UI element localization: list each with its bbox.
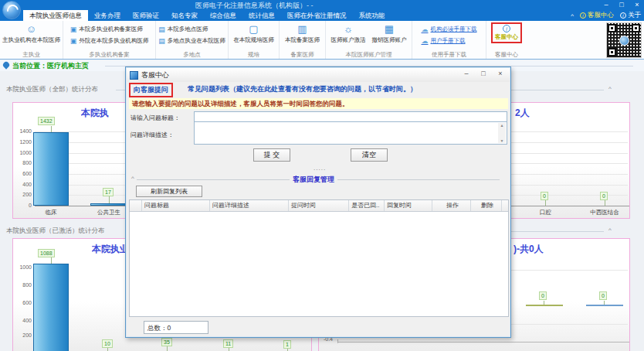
activate-account-button[interactable]: ☼ 医师账户激活 — [329, 22, 368, 45]
total-count-field: 总数：0 — [144, 321, 208, 334]
download-icon: ☁ — [422, 26, 429, 33]
close-button[interactable]: × — [632, 0, 642, 9]
maximize-button[interactable]: □ — [617, 0, 626, 9]
value-label: 35 — [161, 338, 172, 346]
training-doctors-button[interactable]: ▢ 在本院规培医师 — [231, 22, 276, 45]
y-tick: 600 — [15, 171, 32, 176]
tab-system[interactable]: 系统功能 — [353, 10, 391, 21]
chart-title-fragment: 2人 — [515, 107, 530, 120]
ribbon-group-multisite: ▤ 本院多地点医师 ▤ 多地点执业在本院医师 多地点 — [156, 21, 229, 59]
bar-public-health — [90, 203, 127, 206]
ribbon-group-record-doctor: ▥ 本院备案医师 备案医师 — [280, 21, 326, 59]
section2-collapse-icon[interactable]: ^ — [608, 227, 612, 233]
info-icon: i — [503, 25, 510, 32]
revoke-account-button[interactable]: ▦ 撤销医师账户 — [370, 22, 409, 45]
col-question-title[interactable]: 问题标题 — [142, 200, 210, 211]
tab-experts[interactable]: 知名专家 — [165, 10, 204, 21]
tab-out-province[interactable]: 医师在外省注册情况 — [281, 10, 353, 21]
value-label: 10 — [102, 339, 113, 348]
minimize-button[interactable]: – — [602, 0, 611, 9]
y-tick: 200 — [15, 332, 32, 338]
scroll-up-icon[interactable]: ▲ — [500, 123, 504, 128]
external-multi-org-button[interactable]: ▣ 外院在本院多执业机构医师 — [70, 37, 149, 45]
question-desc-textarea[interactable]: ▲ ▼ — [194, 121, 507, 145]
dialog-minimize-button[interactable]: – — [458, 68, 475, 80]
user-manual-download-link[interactable]: ☁ 用户手册下载 — [422, 37, 477, 45]
tab-verify[interactable]: 医师验证 — [127, 10, 165, 21]
col-question-desc[interactable]: 问题详细描述 — [210, 200, 289, 211]
group-label: 主执业 — [0, 50, 63, 59]
tab-hospital-doctors[interactable]: 本院执业医师信息 — [23, 10, 88, 21]
tab-info[interactable]: 综合信息 — [204, 10, 242, 21]
ribbon-collapse-icon[interactable]: ^ — [571, 12, 574, 19]
group-label: 客服中心 — [486, 50, 527, 59]
col-operation[interactable]: 操作 — [432, 200, 471, 211]
multisite-practice-button[interactable]: ▤ 多地点执业在本院医师 — [158, 37, 225, 45]
y-tick: 1000 — [15, 150, 32, 155]
download-icon: ☁ — [422, 37, 429, 45]
record-doctors-button[interactable]: ▥ 本院备案医师 — [283, 22, 322, 45]
group-label: 多地点 — [156, 50, 228, 59]
y-tick: 1000 — [15, 264, 32, 270]
col-selector[interactable] — [130, 200, 142, 211]
scroll-down-icon[interactable]: ▼ — [500, 138, 504, 143]
value-label: 0 — [599, 291, 607, 300]
service-center-button[interactable]: i 客服中心 — [491, 22, 522, 43]
breadcrumb: 当前位置：医疗机构主页 — [12, 61, 89, 71]
ribbon-group-primary: ☺ 主执业机构在本院医师 主执业 — [0, 21, 63, 59]
info-icon: i — [580, 12, 586, 19]
y-tick: 200 — [15, 192, 32, 197]
question-desc-label: 问题详细描述： — [130, 131, 174, 139]
ribbon-group-account: ☼ 医师账户激活 ▦ 撤销医师账户 本院医师账户管理 — [326, 21, 412, 59]
group-label: 使用手册下载 — [412, 50, 486, 59]
y-tick: 1200 — [15, 139, 32, 145]
section1-collapse-icon[interactable]: ^ — [608, 85, 612, 92]
dialog-title: 客服中心 — [141, 70, 169, 80]
tab-business[interactable]: 业务办理 — [88, 10, 127, 21]
dialog-notice: 请您输入要提问的问题以及详细描述，客服人员将第一时间回答您的问题。 — [129, 98, 508, 109]
bar-clinical — [33, 132, 69, 206]
training-icon: ▢ — [249, 23, 258, 36]
bulb-icon: ☼ — [344, 23, 353, 36]
chart-title-fragment: )-共0人 — [514, 243, 544, 256]
value-label: 1432 — [38, 117, 55, 125]
dialog-maximize-button[interactable]: □ — [475, 68, 492, 80]
multi-org-record-button[interactable]: ▣ 本院多执业机构备案医师 — [70, 26, 149, 33]
col-ask-time[interactable]: 提问时间 — [289, 200, 349, 211]
qr-logo-icon — [619, 36, 629, 46]
ribbon: ☺ 主执业机构在本院医师 主执业 ▣ 本院多执业机构备案医师 ▣ 外院在本院多执… — [0, 21, 644, 60]
zero-line-series1 — [526, 305, 563, 306]
menu-about[interactable]: i 关于 — [620, 11, 641, 20]
y-tick: 0 — [15, 203, 32, 208]
tab-ask-service[interactable]: 向客服提问 — [129, 83, 173, 97]
value-label: 17 — [103, 188, 114, 196]
col-delete[interactable]: 删除 — [471, 200, 502, 211]
menu-service-center[interactable]: i 客服中心 — [580, 11, 614, 20]
app-window: 医师电子化注册信息系统（机构版）- - – □ × 本院执业医师信息 业务办理 … — [0, 0, 644, 351]
refresh-reply-list-button[interactable]: 刷新回复列表 — [136, 186, 202, 197]
submit-button[interactable]: 提 交 — [253, 148, 290, 162]
col-reply-time[interactable]: 回复时间 — [385, 200, 432, 211]
tab-faq-list[interactable]: 常见问题列表（建议先在此处查看有没有您要咨询的问题，以节省时间。） — [188, 84, 417, 94]
col-replied[interactable]: 是否已回.. — [349, 200, 385, 211]
group-label: 多执业机构备案 — [63, 50, 155, 59]
splitter-dots[interactable]: ..... — [314, 165, 326, 172]
textarea-scrollbar[interactable]: ▲ ▼ — [498, 123, 506, 143]
multisite-doctors-button[interactable]: ▤ 本院多地点医师 — [158, 26, 225, 33]
section1-title: 本院执业医师（全部）统计分布 — [6, 85, 98, 94]
question-title-input[interactable] — [194, 111, 507, 122]
reply-collapse-icon[interactable]: ^ — [131, 175, 134, 182]
location-pin-icon — [2, 60, 10, 69]
reply-table-header: 问题标题 问题详细描述 提问时间 是否已回.. 回复时间 操作 删除 — [130, 200, 508, 212]
org-manual-download-link[interactable]: ☁ 机构必读手册下载 — [422, 26, 477, 33]
record-icon: ▣ — [70, 26, 77, 33]
dialog-close-button[interactable]: × — [492, 68, 509, 80]
primary-org-doctors-button[interactable]: ☺ 主执业机构在本院医师 — [0, 22, 63, 45]
clear-button[interactable]: 清空 — [351, 148, 388, 162]
multisite-icon: ▤ — [158, 26, 165, 33]
group-label: 规培 — [229, 50, 279, 59]
x-label-public-health: 公共卫生 — [87, 209, 130, 216]
qr-code — [606, 22, 642, 58]
ribbon-group-manuals: ☁ 机构必读手册下载 ☁ 用户手册下载 使用手册下载 — [412, 21, 486, 59]
tab-stats[interactable]: 统计信息 — [242, 10, 281, 21]
